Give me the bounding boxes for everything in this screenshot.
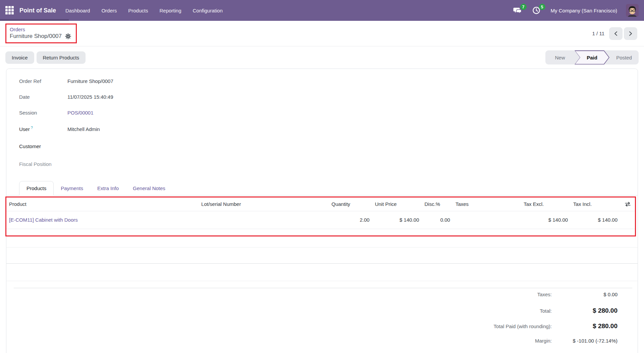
col-header-unit-price[interactable]: Unit Price — [372, 197, 422, 211]
order-lines-table: Product Lot/serial Number Quantity Unit … — [6, 197, 635, 229]
col-header-quantity[interactable]: Quantity — [329, 197, 372, 211]
status-pipeline: New Paid Posted — [545, 50, 639, 64]
menu-reporting[interactable]: Reporting — [159, 8, 181, 13]
table-header-row: Product Lot/serial Number Quantity Unit … — [6, 197, 635, 211]
messages-count-badge: 7 — [520, 4, 527, 10]
activities-count-badge: 5 — [539, 4, 545, 10]
empty-list-row — [6, 236, 638, 248]
cell-quantity: 2.00 — [329, 211, 372, 229]
cell-disc: 0.00 — [422, 211, 452, 229]
top-navbar: Point of Sale Dashboard Orders Products … — [0, 0, 644, 21]
control-panel: Orders Furniture Shop/0007 1 / 11 — [0, 21, 644, 46]
tab-payments[interactable]: Payments — [54, 181, 90, 195]
record-pager: 1 / 11 — [592, 27, 637, 40]
total-row-total: Total: $ 280.00 — [14, 307, 632, 322]
total-value: $ 280.00 — [552, 322, 618, 330]
field-fiscal-position: Fiscal Position — [19, 161, 638, 171]
cell-unit-price: $ 140.00 — [372, 211, 422, 229]
notebook-tabs: Products Payments Extra Info General Not… — [6, 180, 638, 195]
action-gear-icon[interactable] — [65, 33, 71, 39]
empty-list-row — [6, 264, 638, 281]
field-label-order-ref: Order Ref — [19, 78, 67, 84]
main-menu: Dashboard Orders Products Reporting Conf… — [65, 8, 223, 13]
invoice-button[interactable]: Invoice — [5, 51, 34, 64]
status-step-posted[interactable]: Posted — [609, 50, 639, 64]
col-header-taxes[interactable]: Taxes — [453, 197, 521, 211]
total-row-taxes: Taxes: $ 0.00 — [14, 292, 632, 307]
annotation-box-products-table: Product Lot/serial Number Quantity Unit … — [5, 196, 636, 236]
col-header-tax-excl[interactable]: Tax Excl. — [521, 197, 571, 211]
table-empty-strip — [6, 229, 635, 235]
field-customer: Customer — [19, 143, 638, 153]
loading-strip — [0, 19, 69, 21]
field-order-ref: Order Ref Furniture Shop/0007 — [19, 78, 638, 88]
pager-previous-button[interactable] — [609, 27, 623, 40]
menu-products[interactable]: Products — [128, 8, 148, 13]
empty-list-row — [6, 248, 638, 264]
total-value: $ 280.00 — [552, 307, 618, 314]
tab-general-notes[interactable]: General Notes — [126, 181, 172, 195]
menu-dashboard[interactable]: Dashboard — [65, 8, 90, 13]
cell-lot — [199, 211, 329, 229]
tab-products[interactable]: Products — [19, 181, 54, 195]
field-value-user: Mitchell Admin — [67, 126, 100, 132]
field-value-order-ref: Furniture Shop/0007 — [67, 78, 113, 84]
field-label-customer: Customer — [19, 143, 67, 149]
total-row-margin: Margin: $ -101.00 (-72.14%) — [14, 338, 632, 353]
messages-icon[interactable]: 7 — [513, 6, 523, 15]
status-step-paid-active: Paid — [575, 50, 609, 64]
field-date: Date 11/07/2025 15:40:49 — [19, 94, 638, 104]
total-label: Margin: — [535, 338, 552, 344]
tab-extra-info[interactable]: Extra Info — [90, 181, 126, 195]
total-value: $ -101.00 (-72.14%) — [552, 338, 618, 344]
session-link[interactable]: POS/00001 — [67, 110, 94, 116]
field-label-fiscal-position: Fiscal Position — [19, 161, 67, 167]
field-label-session: Session — [19, 110, 67, 116]
col-header-tax-incl[interactable]: Tax Incl. — [571, 197, 620, 211]
col-header-lot[interactable]: Lot/serial Number — [199, 197, 329, 211]
field-label-date: Date — [19, 94, 67, 100]
order-line-row[interactable]: [E-COM11] Cabinet with Doors 2.00 $ 140.… — [6, 211, 635, 229]
product-link[interactable]: [E-COM11] Cabinet with Doors — [9, 217, 78, 223]
return-products-button[interactable]: Return Products — [37, 51, 86, 64]
company-switcher[interactable]: My Company (San Francisco) — [551, 8, 617, 13]
breadcrumb-parent-link[interactable]: Orders — [10, 27, 71, 32]
form-sheet: Order Ref Furniture Shop/0007 Date 11/07… — [6, 69, 638, 353]
total-row-total-paid: Total Paid (with rounding): $ 280.00 — [14, 322, 632, 338]
cell-tax-excl: $ 140.00 — [521, 211, 571, 229]
menu-orders[interactable]: Orders — [101, 8, 117, 13]
field-session: Session POS/00001 — [19, 110, 638, 120]
help-question-icon[interactable]: ? — [31, 126, 33, 130]
field-user: User? Mitchell Admin — [19, 126, 638, 136]
breadcrumb: Furniture Shop/0007 — [10, 33, 71, 40]
page-title: Furniture Shop/0007 — [10, 33, 62, 40]
annotation-box-breadcrumb: Orders Furniture Shop/0007 — [5, 24, 77, 43]
menu-configuration[interactable]: Configuration — [193, 8, 223, 13]
cell-tax-incl: $ 140.00 — [571, 211, 620, 229]
app-name[interactable]: Point of Sale — [19, 7, 56, 14]
status-step-new[interactable]: New — [545, 50, 575, 64]
apps-grid-icon[interactable] — [5, 6, 14, 15]
form-statusbar-row: Invoice Return Products New Paid Posted — [0, 46, 644, 69]
total-label: Total Paid (with rounding): — [494, 323, 552, 329]
total-value: $ 0.00 — [552, 292, 618, 297]
pager-next-button[interactable] — [624, 27, 637, 40]
field-label-user: User? — [19, 126, 67, 132]
activities-clock-icon[interactable]: 5 — [532, 6, 542, 15]
col-header-product[interactable]: Product — [6, 197, 199, 211]
totals-panel: Taxes: $ 0.00 Total: $ 280.00 Total Paid… — [14, 288, 632, 353]
user-avatar[interactable] — [626, 4, 639, 17]
total-label: Taxes: — [537, 292, 552, 297]
field-value-date: 11/07/2025 15:40:49 — [67, 94, 113, 100]
total-label: Total: — [540, 308, 552, 314]
optional-columns-icon[interactable] — [623, 202, 632, 207]
pager-counter: 1 / 11 — [592, 31, 604, 36]
col-header-disc[interactable]: Disc.% — [422, 197, 452, 211]
cell-taxes — [453, 211, 521, 229]
